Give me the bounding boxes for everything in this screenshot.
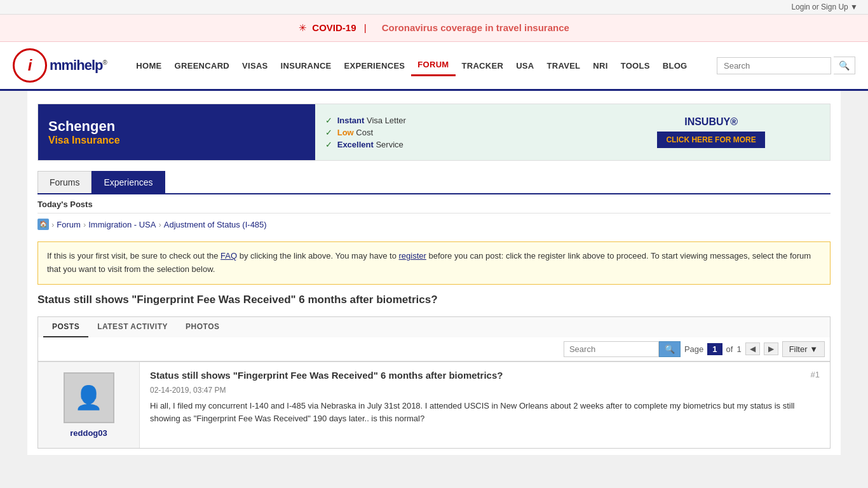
notice-text-after-faq: by clicking the link above. You may have… xyxy=(237,251,398,261)
nav-nri[interactable]: NRI xyxy=(587,56,614,76)
logo-circle: i xyxy=(13,48,47,83)
page-prev-button[interactable]: ◀ xyxy=(745,342,760,355)
nav-visas[interactable]: VISAS xyxy=(236,56,275,76)
breadcrumb-sep2: › xyxy=(83,220,86,229)
post-container: 👤 reddog03 Status still shows "Fingerpri… xyxy=(37,362,831,449)
ad-banner: Schengen Visa Insurance ✓ Instant Visa L… xyxy=(37,104,831,161)
post-search-button[interactable]: 🔍 xyxy=(659,341,681,357)
notice-box: If this is your first visit, be sure to … xyxy=(37,241,831,285)
ad-insubuy: INSUBUY® xyxy=(684,116,738,128)
ad-feature2: ✓ Low Cost xyxy=(325,128,582,137)
ad-check2: ✓ xyxy=(325,128,332,137)
ad-check1: ✓ xyxy=(325,116,332,125)
post-date: 02-14-2019, 03:47 PM xyxy=(150,386,820,395)
top-bar: Login or Sign Up ▼ xyxy=(0,0,868,15)
page-next-button[interactable]: ▶ xyxy=(764,342,778,355)
page-label: Page xyxy=(684,344,703,354)
login-signup-link[interactable]: Login or Sign Up ▼ xyxy=(791,3,858,11)
main-nav: HOME GREENCARD VISAS INSURANCE EXPERIENC… xyxy=(130,55,693,76)
nav-forum[interactable]: FORUM xyxy=(411,55,455,76)
todays-posts: Today's Posts xyxy=(37,194,831,214)
nav-usa[interactable]: USA xyxy=(510,56,540,76)
tab-forums[interactable]: Forums xyxy=(37,171,92,193)
post-search-wrap: 🔍 xyxy=(564,341,681,357)
post-tabs-bar: POSTS LATEST ACTIVITY PHOTOS xyxy=(37,316,831,337)
logo-letter: i xyxy=(28,57,32,74)
header-search-button[interactable]: 🔍 xyxy=(834,57,855,74)
tabs-area: Forums Experiences xyxy=(37,171,831,194)
pagination-row: 🔍 Page 1 of 1 ◀ ▶ Filter ▼ xyxy=(37,337,831,362)
post-number: #1 xyxy=(811,370,820,379)
breadcrumb-category[interactable]: Adjustment of Status (I-485) xyxy=(164,220,267,229)
covid-link[interactable]: Coronavirus coverage in travel insurance xyxy=(382,22,569,33)
ad-sub: Visa Insurance xyxy=(48,135,305,146)
breadcrumb: 🏠 › Forum › Immigration - USA › Adjustme… xyxy=(37,214,831,235)
ad-left: Schengen Visa Insurance xyxy=(38,104,315,160)
current-page: 1 xyxy=(707,343,722,355)
ad-feature1-rest: Visa Letter xyxy=(367,116,406,125)
covid-title: COVID-19 xyxy=(312,22,356,33)
home-icon: 🏠 xyxy=(37,219,49,230)
covid-banner: ✳ COVID-19 | Coronavirus coverage in tra… xyxy=(0,15,868,42)
nav-tools[interactable]: TOOLS xyxy=(614,56,656,76)
table-row: 👤 reddog03 Status still shows "Fingerpri… xyxy=(38,362,830,448)
logo-brand: mmihelp® xyxy=(50,57,107,74)
breadcrumb-sep1: › xyxy=(51,220,54,229)
page-of: of xyxy=(726,344,733,354)
covid-icon: ✳ xyxy=(299,22,307,33)
post-tab-latest-activity[interactable]: LATEST ACTIVITY xyxy=(88,317,177,337)
ad-feature1: ✓ Instant Visa Letter xyxy=(325,116,582,125)
tab-experiences[interactable]: Experiences xyxy=(92,171,165,193)
faq-link[interactable]: FAQ xyxy=(220,251,237,261)
covid-separator: | xyxy=(364,22,367,33)
thread-title: Status still shows "Fingerprint Fee Was … xyxy=(37,294,831,306)
ad-click-button[interactable]: CLICK HERE FOR MORE xyxy=(657,132,764,148)
nav-travel[interactable]: TRAVEL xyxy=(541,56,587,76)
header-search-input[interactable] xyxy=(717,57,831,74)
ad-feature3-bold: Excellent xyxy=(337,140,374,149)
post-content: Hi all, I filed my concurrent I-140 and … xyxy=(150,400,820,426)
register-link[interactable]: register xyxy=(399,251,426,261)
nav-experiences[interactable]: EXPERIENCES xyxy=(338,56,412,76)
ad-feature2-bold: Low xyxy=(337,128,354,137)
logo-registered: ® xyxy=(102,59,106,66)
ad-feature1-bold: Instant xyxy=(337,116,365,125)
header-search-area: 🔍 xyxy=(717,57,855,74)
total-pages: 1 xyxy=(736,344,741,354)
tab-row: Forums Experiences xyxy=(37,171,831,194)
post-tab-posts[interactable]: POSTS xyxy=(43,317,88,337)
post-title: Status still shows "Fingerprint Fee Was … xyxy=(150,370,503,381)
post-username[interactable]: reddog03 xyxy=(70,428,107,438)
nav-blog[interactable]: BLOG xyxy=(656,56,694,76)
breadcrumb-forum[interactable]: Forum xyxy=(57,220,81,229)
avatar: 👤 xyxy=(64,372,114,423)
header: i mmihelp® HOME GREENCARD VISAS INSURANC… xyxy=(0,42,868,91)
breadcrumb-immigration[interactable]: Immigration - USA xyxy=(88,220,156,229)
ad-feature3-rest: Service xyxy=(376,140,403,149)
ad-middle: ✓ Instant Visa Letter ✓ Low Cost ✓ Excel… xyxy=(315,104,592,160)
ad-check3: ✓ xyxy=(325,140,332,149)
post-content-col: Status still shows "Fingerprint Fee Was … xyxy=(140,362,830,448)
post-avatar-col: 👤 reddog03 xyxy=(38,362,140,448)
avatar-icon: 👤 xyxy=(74,384,103,411)
ad-brand: Schengen xyxy=(48,118,305,135)
ad-right: INSUBUY® CLICK HERE FOR MORE xyxy=(592,104,830,160)
ad-feature2-rest: Cost xyxy=(356,128,373,137)
nav-insurance[interactable]: INSURANCE xyxy=(275,56,338,76)
logo-area: i mmihelp® xyxy=(13,48,107,83)
notice-text-before-faq: If this is your first visit, be sure to … xyxy=(47,251,220,261)
nav-greencard[interactable]: GREENCARD xyxy=(168,56,236,76)
post-tab-photos[interactable]: PHOTOS xyxy=(177,317,228,337)
nav-tracker[interactable]: TRACKER xyxy=(456,56,510,76)
nav-home[interactable]: HOME xyxy=(130,56,168,76)
ad-feature3: ✓ Excellent Service xyxy=(325,140,582,149)
post-search-input[interactable] xyxy=(564,341,659,357)
filter-button[interactable]: Filter ▼ xyxy=(782,341,825,357)
post-header: Status still shows "Fingerprint Fee Was … xyxy=(150,370,820,381)
breadcrumb-sep3: › xyxy=(158,220,161,229)
main-wrapper: Schengen Visa Insurance ✓ Instant Visa L… xyxy=(27,91,841,455)
